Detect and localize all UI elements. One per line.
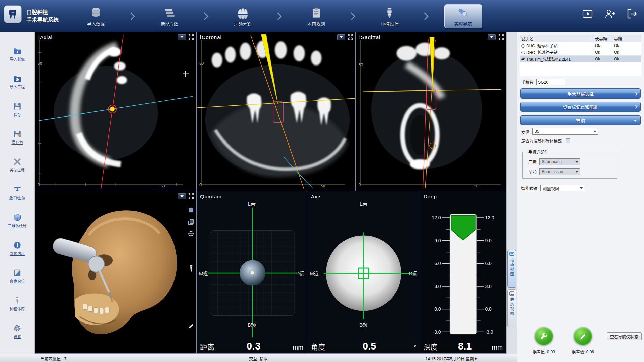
navigation-panel: 钻头名 长尖端 尖端 DHC_短球种子钻 Ok Ok DHC_长球种子钻 Ok …: [517, 32, 644, 362]
sagittal-view[interactable]: iSagittal 50 0 50: [356, 32, 506, 191]
globe-icon[interactable]: [188, 231, 194, 238]
expand-view-icon[interactable]: [348, 34, 353, 40]
angle-metric: 角度 0.5 °: [307, 341, 420, 352]
view-menu-button[interactable]: [488, 34, 496, 40]
layers-icon[interactable]: [188, 219, 194, 226]
step-import-data[interactable]: 导入数据: [77, 5, 115, 28]
coronal-view[interactable]: iCoronal 50 0 50: [196, 32, 356, 191]
view-title: iSagittal: [359, 34, 380, 40]
expand-view-icon[interactable]: [188, 34, 194, 40]
model-label: 型号:: [528, 169, 537, 175]
sidebar-item-implant-library[interactable]: 种植体库: [10, 296, 25, 311]
svg-text:6.0: 6.0: [434, 261, 441, 266]
sidebar-item-undo-redo[interactable]: 撤销/重做: [9, 185, 25, 200]
step-realtime-navigation[interactable]: 实时导航: [444, 4, 482, 28]
view-title: iAxial: [38, 34, 53, 40]
sidebar-item-volume-render[interactable]: 三维体绘制: [8, 213, 27, 228]
sidebar-item-image-info[interactable]: 影像信息: [10, 241, 25, 256]
drill-row[interactable]: DHC_长球种子钻 Ok Ok: [520, 49, 641, 56]
view-menu-button[interactable]: [178, 193, 186, 199]
sidebar-item-save-as[interactable]: 保存为: [12, 130, 23, 145]
axial-ct-image: [35, 32, 196, 191]
expand-view-icon[interactable]: [498, 34, 504, 40]
tooth-position-label: 牙位:: [521, 129, 530, 134]
svg-text:6.0: 6.0: [485, 261, 492, 266]
chevron-down-icon: [634, 120, 637, 123]
pencil-icon[interactable]: [188, 323, 194, 330]
import-data-icon: [89, 6, 102, 19]
expand-view-icon[interactable]: [188, 193, 194, 199]
sidebar-item-close-project[interactable]: 关闭工程: [10, 157, 25, 173]
drill-row[interactable]: DHC_短球种子钻 Ok Ok: [520, 42, 641, 49]
registration-pen-button[interactable]: [574, 327, 592, 345]
step-arrow-icon: [424, 12, 429, 21]
video-button[interactable]: [581, 7, 594, 20]
step-arrow-icon: [203, 12, 209, 21]
ruler-label: 50: [199, 61, 204, 66]
view-menu-button[interactable]: [337, 34, 345, 40]
direction-label-top: L舌: [197, 200, 307, 207]
handpiece-name-input[interactable]: [536, 79, 565, 85]
tooth-position-dropdown[interactable]: 35: [532, 128, 598, 135]
skull-3d-render: [35, 191, 196, 353]
step-jaw-segmentation[interactable]: 牙颌分割: [224, 5, 262, 28]
info-icon: [12, 241, 22, 250]
navigator-status-button[interactable]: 查看导航仪状态: [607, 332, 642, 340]
save-icon: [12, 102, 22, 111]
implant-marker-icon[interactable]: [189, 265, 194, 274]
volume-3d-view[interactable]: [35, 191, 196, 354]
sidebar-item-settings[interactable]: 设置: [12, 324, 22, 339]
layout-grid-icon[interactable]: [188, 207, 194, 214]
view-menu-button[interactable]: [178, 34, 186, 40]
error-value-2: 误差值: 0.06: [564, 348, 601, 354]
radio-icon[interactable]: [521, 51, 525, 54]
smart-glasses-dropdown[interactable]: 测量视图: [540, 185, 584, 191]
col-header-long-tip: 长尖端: [594, 35, 613, 42]
marker-registration-button[interactable]: 设置标记点和配准: [520, 102, 641, 112]
sidebar-item-import-project[interactable]: 导入工程: [10, 74, 25, 89]
step-arrow-icon: [350, 12, 356, 21]
gear-icon: [12, 324, 22, 333]
depth-gauge-view[interactable]: 12.0 9.0 6.0 3.0 0.0 -3.0 12.0 9.0 6.0 3…: [420, 191, 506, 354]
view-mode-tab-strip: 动态视图 静态视图: [506, 32, 517, 354]
model-dropdown[interactable]: Bone tissue: [539, 168, 580, 175]
volume-render-icon: [12, 213, 22, 222]
chevron-right-icon: [634, 92, 637, 95]
folder-project-icon: [12, 74, 22, 83]
view-title: Deep: [424, 193, 437, 199]
axial-view[interactable]: iAxial 50 0 50: [35, 32, 196, 191]
calibration-tool-button[interactable]: [535, 327, 553, 345]
sidebar-item-import-image[interactable]: 导入影像: [10, 47, 25, 62]
svg-text:12.0: 12.0: [485, 215, 494, 221]
svg-text:3.0: 3.0: [485, 284, 492, 289]
radio-icon[interactable]: [521, 58, 525, 61]
sidebar-item-window-level[interactable]: 窗宽窗位: [10, 268, 25, 284]
radio-icon[interactable]: [521, 44, 525, 48]
direction-label-top: L舌: [307, 200, 420, 207]
placement-mode-checkbox[interactable]: [566, 138, 570, 143]
sidebar-item-save[interactable]: 保存: [12, 102, 22, 117]
user-export-button[interactable]: [603, 7, 616, 20]
axis-angle-view[interactable]: Axis L舌 M近 D远 B颊 角度 0.5 °: [307, 191, 420, 354]
jaw-segmentation-icon: [236, 6, 249, 19]
direction-label-bottom: B颊: [307, 321, 420, 328]
vendor-dropdown[interactable]: Straumann: [539, 158, 580, 165]
realtime-navigation-icon: [457, 6, 469, 19]
step-select-slices[interactable]: 选择片数: [151, 5, 188, 28]
chevron-down-icon: [580, 187, 583, 190]
exit-button[interactable]: [626, 7, 639, 20]
status-bar: 当前灰度值: -7 交互: 拾取 14:15 2017年5月19日,星期五: [0, 354, 517, 362]
drill-row-selected[interactable]: Trausim_先锋钻Φ2.2L41 Ok Ok: [520, 56, 641, 62]
quintain-target-view[interactable]: Quintain L舌 M近 D远 B颊 距离 0.3 mm: [196, 191, 307, 354]
instrument-select-button[interactable]: 手术器械选择: [520, 88, 641, 99]
ruler-label: 0: [359, 183, 361, 187]
step-implant-design[interactable]: 种植设计: [371, 5, 408, 28]
chevron-down-icon: [594, 131, 596, 134]
step-preop-planning[interactable]: 术前规划: [297, 5, 335, 28]
tab-dynamic-view[interactable]: 动态视图: [507, 250, 516, 288]
window-level-icon: [12, 268, 22, 277]
navigation-section-header[interactable]: 导航: [520, 115, 641, 125]
ruler-label: 50: [161, 184, 165, 188]
tab-static-view[interactable]: 静态视图: [507, 289, 516, 327]
col-header-tip: 尖端: [613, 35, 641, 42]
